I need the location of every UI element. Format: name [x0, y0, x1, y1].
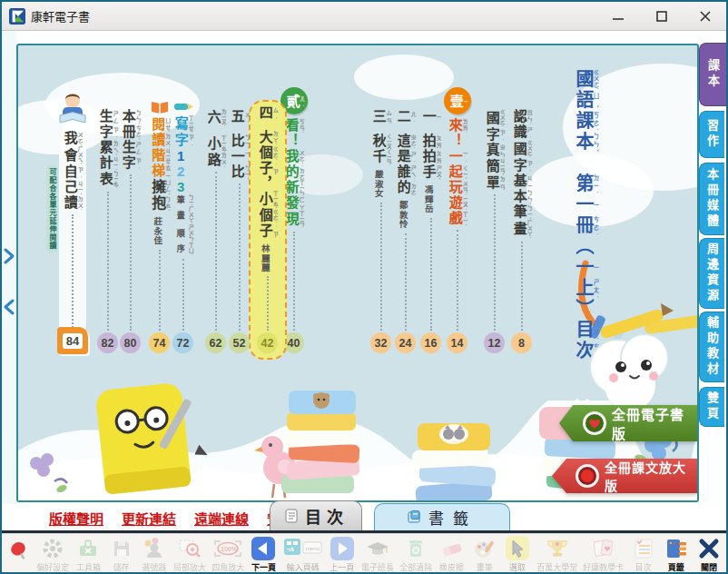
save-button[interactable]: 儲存	[108, 536, 135, 573]
page-number[interactable]: 42	[257, 332, 278, 353]
toc-entry[interactable]: 三ㄙㄢ秋ㄑㄧㄡ千ㄑㄧㄢ嚴淑女	[367, 109, 396, 331]
tab-two-page-view[interactable]: 雙頁	[699, 387, 724, 427]
pencil-icon	[173, 100, 193, 113]
toolbox-icon	[77, 536, 99, 560]
page-number[interactable]: 72	[172, 332, 193, 353]
toc-entry[interactable]: 國ㄍㄨㄛˊ字ㄗˋ真ㄓㄣ簡ㄐㄧㄢˇ單ㄉㄢ	[480, 109, 509, 331]
close-window-button[interactable]	[695, 6, 715, 26]
notebook-icon	[283, 508, 300, 524]
open-book-icon	[150, 100, 170, 114]
toc-entry[interactable]: 我ㄨㄛˇ會ㄏㄨㄟˋ自ㄗˋ己ㄐㄧˇ讀ㄉㄨˊ	[58, 131, 87, 331]
book-stack-middle	[399, 409, 508, 502]
teaching-cards-button[interactable]: 好康教學卡	[583, 536, 624, 573]
svg-text:menu: menu	[306, 545, 320, 550]
tab-textbook[interactable]: 課本	[699, 43, 726, 106]
maximize-button[interactable]	[652, 6, 672, 26]
page-number[interactable]: 8	[511, 332, 532, 353]
full-ebook-button[interactable]: 全冊電子書版	[559, 405, 697, 441]
bookmark-tab[interactable]: 書籤	[374, 503, 510, 530]
prev-page-button[interactable]: 上一頁	[329, 536, 356, 573]
region-zoom-button[interactable]: 局部放大	[173, 536, 206, 573]
dotted-leader	[107, 192, 109, 331]
tab-teaching-aids[interactable]: 輔助教材	[699, 312, 724, 382]
toc-entry[interactable]: 認ㄖㄣˋ識ㄕˋ國ㄍㄨㄛˊ字ㄗˋ基ㄐㄧ本ㄅㄣˇ筆ㄅㄧˇ畫ㄏㄨㄚˋ	[507, 109, 536, 331]
remote-link[interactable]: 遠端連線	[194, 509, 249, 528]
trophy-icon	[546, 536, 569, 560]
page-number[interactable]: 62	[205, 332, 226, 353]
copyright-link[interactable]: 版權聲明	[49, 509, 103, 528]
page-number[interactable]: 14	[447, 332, 467, 353]
toc-tab-label: 目次	[305, 504, 349, 528]
toc-entry[interactable]: 壹ㄧ來ㄌㄞˊ！一ㄧˋ起ㄑㄧˇ玩ㄨㄢˊ遊ㄧㄡˊ戲ㄒㄧˋ	[443, 87, 472, 331]
dotted-leader	[494, 194, 496, 331]
dotted-leader	[405, 233, 407, 332]
checklist-icon	[633, 536, 654, 560]
dotted-leader	[380, 203, 382, 332]
page-number[interactable]: 80	[120, 332, 141, 353]
toolbox-button[interactable]: 工具箱	[74, 536, 102, 573]
minimize-button[interactable]	[608, 6, 628, 26]
corner-zoom-icon: 100%	[212, 536, 243, 560]
arrow-right-icon	[330, 536, 354, 560]
dotted-leader	[159, 250, 161, 332]
right-tab-rail: 課本 習作 本冊媒體 周邊資源 輔助教材 雙頁	[699, 31, 726, 504]
dotted-leader	[182, 259, 184, 331]
page-input-button[interactable]: menu 輸入頁碼	[283, 536, 323, 573]
page-number[interactable]: 52	[229, 332, 250, 353]
dotted-leader	[130, 174, 132, 331]
toc-entry[interactable]: 一ㄧ拍ㄆㄞ拍ㄆㄞ手ㄕㄡˇ馮輝岳	[417, 109, 446, 331]
page-number[interactable]: 32	[370, 332, 391, 353]
tab-volume-media[interactable]: 本冊媒體	[699, 163, 724, 235]
next-page-button[interactable]: 下一頁	[250, 536, 277, 573]
toc-entry[interactable]: 六ㄌㄧㄡˋ小ㄒㄧㄠˇ路ㄌㄨˋ	[202, 109, 231, 331]
next-arrow-button[interactable]	[3, 247, 16, 265]
page-number[interactable]: 24	[395, 332, 416, 353]
toc-entry[interactable]: 四ㄙˋ大ㄉㄚˋ個ㄍㄜˋ子˙ㄗ，小ㄒㄧㄠˇ個ㄍㄜˋ子˙ㄗ林麗麗	[253, 105, 282, 331]
toc-tab[interactable]: 目次	[270, 500, 362, 530]
floppy-icon	[111, 536, 133, 560]
full-text-enlarged-label: 全冊課文放大版	[605, 458, 697, 494]
page-number[interactable]: 84	[57, 327, 88, 354]
quiz-hall-button[interactable]: 百萬大學堂	[536, 536, 577, 573]
number-picker-button[interactable]: 選號器	[141, 536, 168, 573]
app-window: 康軒電子書	[0, 0, 728, 574]
select-button[interactable]: 選取	[504, 536, 531, 573]
toc-entry[interactable]: 生ㄕㄥ字ㄗˋ累ㄌㄟˇ計ㄐㄧˋ表ㄅㄧㄠˇ	[93, 109, 123, 331]
dotted-leader	[72, 214, 74, 331]
dotted-leader	[521, 242, 523, 331]
tab-workbook[interactable]: 習作	[699, 111, 724, 158]
page-input-icon: menu	[283, 536, 323, 560]
footer-strip: 版權聲明 更新連結 遠端連線 安裝字型 目次 書籤	[2, 504, 728, 533]
e-class-leader-button[interactable]: 電子班長	[361, 536, 394, 573]
page-number[interactable]: 82	[97, 332, 118, 353]
graduation-cap-icon	[365, 536, 390, 560]
content-region: 國ㄍㄨㄛˊ語ㄩˇ課ㄎㄜˋ本ㄅㄣˇ 第ㄉㄧˋ一ㄧ冊ㄘㄜˋ（一ㄧ上ㄕㄤˋ）目ㄇㄨˋ次…	[2, 31, 726, 504]
page-tabs-button[interactable]: 頁籤	[663, 536, 690, 573]
full-text-enlarged-button[interactable]: 全冊課文放大版	[552, 459, 697, 493]
page-number[interactable]: 12	[484, 332, 505, 353]
arrow-left-icon	[251, 536, 275, 560]
paint-button[interactable]: 畫筆	[471, 536, 498, 573]
cards-heart-icon	[592, 536, 615, 560]
prev-arrow-button[interactable]	[3, 298, 16, 316]
window-title: 康軒電子書	[31, 7, 90, 25]
number-picker-icon	[143, 536, 166, 560]
toc-button[interactable]: 目次	[630, 536, 657, 573]
tab-resources[interactable]: 周邊資源	[699, 238, 724, 309]
close-button[interactable]: 關閉	[695, 536, 723, 573]
reading-boy-icon	[53, 91, 93, 134]
full-ebook-label: 全冊電子書版	[612, 404, 697, 442]
entry-note: 可配合各單元延伸閱讀	[46, 165, 58, 252]
clear-all-button[interactable]: 全部清除	[399, 536, 432, 573]
toc-entry[interactable]: 閱ㄩㄝˋ讀ㄉㄨˊ階ㄐㄧㄝ梯ㄊㄧ擁ㄩㄥˇ抱ㄅㄠˋ莊永佳	[145, 100, 174, 331]
page-number[interactable]: 74	[149, 332, 170, 353]
bookmark-icon	[407, 510, 423, 526]
corner-zoom-button[interactable]: 100% 四角放大	[212, 536, 244, 573]
eraser-button[interactable]: 橡皮擦	[438, 536, 466, 573]
prefs-button[interactable]: 偏好設定	[36, 536, 69, 573]
page-number[interactable]: 16	[420, 332, 441, 353]
cloud-decoration	[354, 54, 454, 100]
region-zoom-icon	[178, 536, 202, 560]
update-link[interactable]: 更新連結	[122, 509, 176, 528]
dotted-leader	[430, 218, 432, 332]
